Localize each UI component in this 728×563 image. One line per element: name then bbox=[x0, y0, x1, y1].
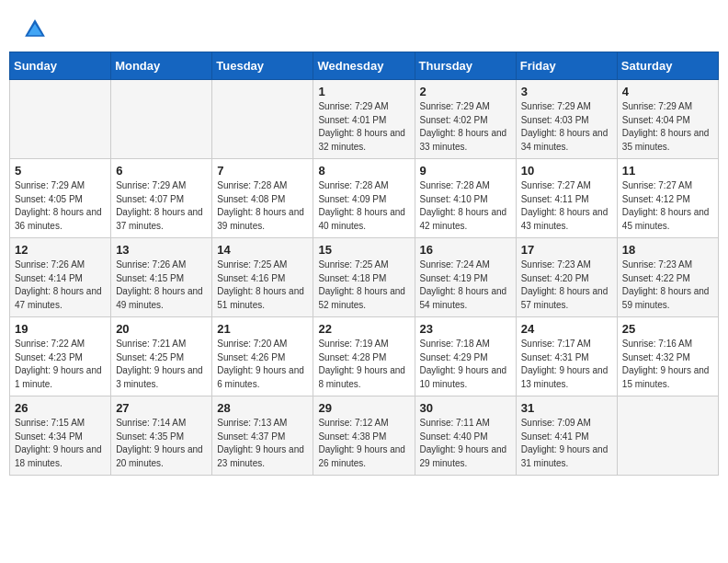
day-info: Sunrise: 7:29 AMSunset: 4:05 PMDaylight:… bbox=[15, 179, 106, 233]
weekday-header-tuesday: Tuesday bbox=[212, 52, 313, 80]
day-number: 22 bbox=[318, 322, 409, 336]
day-number: 30 bbox=[420, 401, 511, 415]
calendar-cell: 20Sunrise: 7:21 AMSunset: 4:25 PMDayligh… bbox=[111, 317, 212, 396]
calendar-cell: 19Sunrise: 7:22 AMSunset: 4:23 PMDayligh… bbox=[10, 317, 111, 396]
calendar-cell bbox=[212, 80, 313, 159]
day-number: 27 bbox=[116, 401, 207, 415]
day-info: Sunrise: 7:23 AMSunset: 4:20 PMDaylight:… bbox=[521, 259, 612, 312]
calendar-week-row: 12Sunrise: 7:26 AMSunset: 4:14 PMDayligh… bbox=[10, 238, 719, 317]
day-info: Sunrise: 7:29 AMSunset: 4:01 PMDaylight:… bbox=[318, 100, 409, 154]
calendar-cell bbox=[10, 80, 111, 159]
logo bbox=[22, 17, 53, 42]
calendar-cell: 27Sunrise: 7:14 AMSunset: 4:35 PMDayligh… bbox=[111, 396, 212, 476]
day-info: Sunrise: 7:29 AMSunset: 4:07 PMDaylight:… bbox=[116, 179, 207, 233]
day-info: Sunrise: 7:25 AMSunset: 4:18 PMDaylight:… bbox=[318, 259, 409, 312]
calendar-cell: 8Sunrise: 7:28 AMSunset: 4:09 PMDaylight… bbox=[313, 159, 415, 238]
day-number: 18 bbox=[622, 243, 713, 257]
day-info: Sunrise: 7:13 AMSunset: 4:37 PMDaylight:… bbox=[217, 417, 308, 470]
calendar-cell: 3Sunrise: 7:29 AMSunset: 4:03 PMDaylight… bbox=[516, 80, 617, 159]
calendar-cell: 29Sunrise: 7:12 AMSunset: 4:38 PMDayligh… bbox=[313, 396, 415, 476]
day-info: Sunrise: 7:26 AMSunset: 4:14 PMDaylight:… bbox=[15, 259, 106, 312]
calendar-body: 1Sunrise: 7:29 AMSunset: 4:01 PMDaylight… bbox=[10, 80, 719, 476]
calendar-cell: 24Sunrise: 7:17 AMSunset: 4:31 PMDayligh… bbox=[516, 317, 617, 396]
calendar-cell: 14Sunrise: 7:25 AMSunset: 4:16 PMDayligh… bbox=[212, 238, 313, 317]
day-number: 6 bbox=[116, 164, 207, 178]
calendar-cell bbox=[617, 396, 718, 476]
day-number: 7 bbox=[217, 164, 308, 178]
day-number: 8 bbox=[318, 164, 409, 178]
day-info: Sunrise: 7:29 AMSunset: 4:03 PMDaylight:… bbox=[521, 100, 612, 154]
day-number: 10 bbox=[521, 164, 612, 178]
weekday-header-thursday: Thursday bbox=[415, 52, 516, 80]
calendar-table: SundayMondayTuesdayWednesdayThursdayFrid… bbox=[9, 52, 719, 476]
day-number: 2 bbox=[420, 85, 511, 98]
calendar-cell: 18Sunrise: 7:23 AMSunset: 4:22 PMDayligh… bbox=[617, 238, 718, 317]
calendar-cell: 5Sunrise: 7:29 AMSunset: 4:05 PMDaylight… bbox=[10, 159, 111, 238]
day-info: Sunrise: 7:27 AMSunset: 4:11 PMDaylight:… bbox=[521, 179, 612, 233]
weekday-header-wednesday: Wednesday bbox=[313, 52, 415, 80]
calendar-cell: 1Sunrise: 7:29 AMSunset: 4:01 PMDaylight… bbox=[313, 80, 415, 159]
logo-icon bbox=[22, 17, 48, 42]
page-header bbox=[0, 0, 728, 52]
day-number: 16 bbox=[420, 243, 511, 257]
day-number: 9 bbox=[420, 164, 511, 178]
day-number: 15 bbox=[318, 243, 409, 257]
day-info: Sunrise: 7:12 AMSunset: 4:38 PMDaylight:… bbox=[318, 417, 409, 470]
calendar-cell: 10Sunrise: 7:27 AMSunset: 4:11 PMDayligh… bbox=[516, 159, 617, 238]
calendar-cell: 26Sunrise: 7:15 AMSunset: 4:34 PMDayligh… bbox=[10, 396, 111, 476]
day-number: 14 bbox=[217, 243, 308, 257]
calendar-cell: 7Sunrise: 7:28 AMSunset: 4:08 PMDaylight… bbox=[212, 159, 313, 238]
day-number: 3 bbox=[521, 85, 612, 98]
weekday-header-friday: Friday bbox=[516, 52, 617, 80]
day-number: 19 bbox=[15, 322, 106, 336]
calendar-cell: 25Sunrise: 7:16 AMSunset: 4:32 PMDayligh… bbox=[617, 317, 718, 396]
calendar-cell: 22Sunrise: 7:19 AMSunset: 4:28 PMDayligh… bbox=[313, 317, 415, 396]
day-info: Sunrise: 7:19 AMSunset: 4:28 PMDaylight:… bbox=[318, 338, 409, 391]
day-number: 21 bbox=[217, 322, 308, 336]
day-number: 29 bbox=[318, 401, 409, 415]
day-number: 11 bbox=[622, 164, 713, 178]
day-info: Sunrise: 7:16 AMSunset: 4:32 PMDaylight:… bbox=[622, 338, 713, 391]
day-number: 31 bbox=[521, 401, 612, 415]
calendar-cell: 11Sunrise: 7:27 AMSunset: 4:12 PMDayligh… bbox=[617, 159, 718, 238]
day-info: Sunrise: 7:21 AMSunset: 4:25 PMDaylight:… bbox=[116, 338, 207, 391]
calendar-cell: 23Sunrise: 7:18 AMSunset: 4:29 PMDayligh… bbox=[415, 317, 516, 396]
calendar-cell bbox=[111, 80, 212, 159]
calendar-cell: 9Sunrise: 7:28 AMSunset: 4:10 PMDaylight… bbox=[415, 159, 516, 238]
day-number: 5 bbox=[15, 164, 106, 178]
day-number: 25 bbox=[622, 322, 713, 336]
day-info: Sunrise: 7:29 AMSunset: 4:02 PMDaylight:… bbox=[420, 100, 511, 154]
day-info: Sunrise: 7:14 AMSunset: 4:35 PMDaylight:… bbox=[116, 417, 207, 470]
calendar-cell: 31Sunrise: 7:09 AMSunset: 4:41 PMDayligh… bbox=[516, 396, 617, 476]
calendar-cell: 30Sunrise: 7:11 AMSunset: 4:40 PMDayligh… bbox=[415, 396, 516, 476]
weekday-header-sunday: Sunday bbox=[10, 52, 111, 80]
day-info: Sunrise: 7:26 AMSunset: 4:15 PMDaylight:… bbox=[116, 259, 207, 312]
calendar-week-row: 1Sunrise: 7:29 AMSunset: 4:01 PMDaylight… bbox=[10, 80, 719, 159]
day-number: 24 bbox=[521, 322, 612, 336]
day-info: Sunrise: 7:28 AMSunset: 4:10 PMDaylight:… bbox=[420, 179, 511, 233]
day-number: 13 bbox=[116, 243, 207, 257]
day-number: 17 bbox=[521, 243, 612, 257]
calendar-cell: 2Sunrise: 7:29 AMSunset: 4:02 PMDaylight… bbox=[415, 80, 516, 159]
day-info: Sunrise: 7:18 AMSunset: 4:29 PMDaylight:… bbox=[420, 338, 511, 391]
calendar-week-row: 26Sunrise: 7:15 AMSunset: 4:34 PMDayligh… bbox=[10, 396, 719, 476]
calendar-cell: 12Sunrise: 7:26 AMSunset: 4:14 PMDayligh… bbox=[10, 238, 111, 317]
calendar-cell: 6Sunrise: 7:29 AMSunset: 4:07 PMDaylight… bbox=[111, 159, 212, 238]
day-number: 28 bbox=[217, 401, 308, 415]
day-info: Sunrise: 7:25 AMSunset: 4:16 PMDaylight:… bbox=[217, 259, 308, 312]
day-info: Sunrise: 7:09 AMSunset: 4:41 PMDaylight:… bbox=[521, 417, 612, 470]
day-number: 4 bbox=[622, 85, 713, 98]
calendar-cell: 15Sunrise: 7:25 AMSunset: 4:18 PMDayligh… bbox=[313, 238, 415, 317]
day-info: Sunrise: 7:28 AMSunset: 4:09 PMDaylight:… bbox=[318, 179, 409, 233]
weekday-header-saturday: Saturday bbox=[617, 52, 718, 80]
day-info: Sunrise: 7:20 AMSunset: 4:26 PMDaylight:… bbox=[217, 338, 308, 391]
day-info: Sunrise: 7:11 AMSunset: 4:40 PMDaylight:… bbox=[420, 417, 511, 470]
calendar-header: SundayMondayTuesdayWednesdayThursdayFrid… bbox=[10, 52, 719, 80]
day-info: Sunrise: 7:22 AMSunset: 4:23 PMDaylight:… bbox=[15, 338, 106, 391]
calendar-cell: 13Sunrise: 7:26 AMSunset: 4:15 PMDayligh… bbox=[111, 238, 212, 317]
calendar-cell: 28Sunrise: 7:13 AMSunset: 4:37 PMDayligh… bbox=[212, 396, 313, 476]
calendar-cell: 21Sunrise: 7:20 AMSunset: 4:26 PMDayligh… bbox=[212, 317, 313, 396]
calendar-cell: 17Sunrise: 7:23 AMSunset: 4:20 PMDayligh… bbox=[516, 238, 617, 317]
day-info: Sunrise: 7:23 AMSunset: 4:22 PMDaylight:… bbox=[622, 259, 713, 312]
day-info: Sunrise: 7:15 AMSunset: 4:34 PMDaylight:… bbox=[15, 417, 106, 470]
